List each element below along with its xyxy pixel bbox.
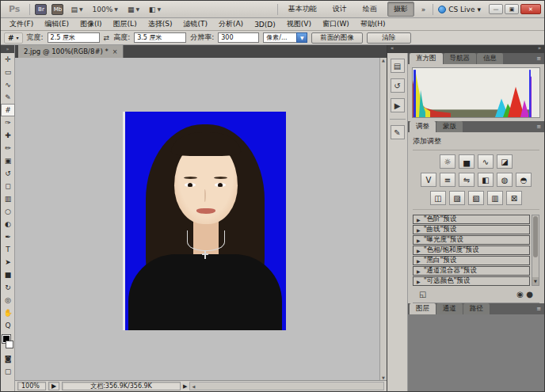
scrollbar-thumb[interactable] <box>533 216 538 257</box>
clear-button[interactable]: 清除 <box>367 32 411 44</box>
gradient-map-icon[interactable]: ▥ <box>487 191 503 205</box>
tool-blur[interactable]: ○ <box>1 205 15 218</box>
mini-bridge-panel-icon[interactable]: ▤ <box>391 59 405 73</box>
quick-mask-button[interactable]: ◙ <box>1 352 15 365</box>
arrange-documents-dropdown[interactable]: ▦ ▼ <box>125 6 142 13</box>
photo-filter-icon[interactable]: ◍ <box>497 173 513 187</box>
tool-history-brush[interactable]: ↺ <box>1 167 15 180</box>
close-button[interactable]: ✕ <box>520 4 541 14</box>
tab-paths[interactable]: 路径 <box>463 303 490 314</box>
tool-move[interactable]: ✛ <box>1 53 15 66</box>
preset-hue-saturation[interactable]: ▶"色相/饱和度"预设 <box>413 245 530 255</box>
minimize-button[interactable]: — <box>489 4 503 14</box>
menu-filter[interactable]: 滤镜(T) <box>177 19 213 29</box>
brightness-contrast-icon[interactable]: ☼ <box>440 154 455 169</box>
tool-eyedropper[interactable]: ✑ <box>1 116 15 129</box>
status-popup-icon[interactable]: ▶ <box>183 383 187 390</box>
tool-path-select[interactable]: ➤ <box>1 256 15 268</box>
preset-black-white[interactable]: ▶"黑白"预设 <box>413 256 530 265</box>
vertical-scrollbar[interactable]: ▲ ▼ <box>379 58 387 380</box>
tool-gradient[interactable]: ▥ <box>1 192 15 205</box>
tool-3d-rotate[interactable]: ↻ <box>1 281 15 294</box>
panel-menu-icon[interactable]: ≡ <box>536 55 544 62</box>
tab-adjustments[interactable]: 调整 <box>410 121 436 132</box>
tool-crop[interactable]: # <box>1 104 15 116</box>
view-extras-dropdown[interactable]: ▤ ▼ <box>68 6 85 13</box>
tab-navigator[interactable]: 导航器 <box>444 53 477 64</box>
background-color-swatch[interactable] <box>6 341 13 348</box>
close-tab-icon[interactable]: × <box>112 48 118 55</box>
tool-quick-select[interactable]: ✎ <box>1 91 15 104</box>
tab-layers[interactable]: 图层 <box>410 303 436 314</box>
tools-collapse-button[interactable]: » <box>1 45 14 53</box>
tool-3d-camera[interactable]: ◎ <box>1 294 15 306</box>
curves-icon[interactable]: ∿ <box>478 154 494 169</box>
color-balance-icon[interactable]: ⇋ <box>459 173 474 187</box>
menu-file[interactable]: 文件(F) <box>4 19 39 29</box>
cs-live-dropdown[interactable]: CS Live ▾ <box>438 6 481 13</box>
tool-lasso[interactable]: ∿ <box>1 78 15 91</box>
resolution-input[interactable]: 300 <box>218 32 259 43</box>
black-white-icon[interactable]: ◧ <box>478 173 494 187</box>
workspace-painting[interactable]: 绘画 <box>357 2 383 16</box>
crop-tool-preset-dropdown[interactable]: # ▾ <box>4 32 23 44</box>
menu-layer[interactable]: 图层(L) <box>108 19 143 29</box>
tab-channels[interactable]: 通道 <box>436 303 463 314</box>
menu-edit[interactable]: 编辑(E) <box>39 19 74 29</box>
toggle-visibility-icon[interactable]: ● <box>526 290 533 299</box>
front-image-button[interactable]: 前面的图像 <box>311 32 363 44</box>
preset-curves[interactable]: ▶"曲线"预设 <box>413 225 530 234</box>
menu-analysis[interactable]: 分析(A) <box>213 19 249 29</box>
tab-masks[interactable]: 蒙版 <box>436 121 463 132</box>
tool-type[interactable]: T <box>1 243 15 256</box>
tool-presets-panel-icon[interactable]: ✎ <box>391 125 405 139</box>
workspace-overflow-button[interactable]: » <box>419 6 429 13</box>
switch-panel-view-icon[interactable]: ◱ <box>419 290 426 299</box>
zoom-level-dropdown[interactable]: 100% ▼ <box>90 6 120 13</box>
exposure-icon[interactable]: ◪ <box>497 154 513 169</box>
vibrance-icon[interactable]: V <box>421 173 436 187</box>
menu-view[interactable]: 视图(V) <box>281 19 317 29</box>
status-zoom[interactable]: 100% <box>17 382 46 390</box>
tool-shape[interactable]: ■ <box>1 268 15 281</box>
threshold-icon[interactable]: ▧ <box>468 191 484 205</box>
invert-icon[interactable]: ◫ <box>430 191 446 205</box>
menu-3d[interactable]: 3D(D) <box>249 21 281 29</box>
status-doc-sizes[interactable]: 文档:356.9K/356.9K <box>62 382 181 390</box>
tool-hand[interactable]: ✋ <box>1 306 15 319</box>
posterize-icon[interactable]: ▨ <box>449 191 465 205</box>
preset-selective-color[interactable]: ▶"可选颜色"预设 <box>413 276 530 286</box>
channel-mixer-icon[interactable]: ◓ <box>516 173 532 187</box>
history-panel-icon[interactable]: ↺ <box>391 78 405 93</box>
screen-mode-button[interactable]: ▢ <box>1 365 15 378</box>
height-input[interactable]: 3.5 厘米 <box>134 32 186 43</box>
preset-levels[interactable]: ▶"色阶"预设 <box>413 215 530 224</box>
menu-select[interactable]: 选择(S) <box>143 19 178 29</box>
tool-healing-brush[interactable]: ✚ <box>1 129 15 142</box>
tool-pen[interactable]: ✒ <box>1 230 15 243</box>
screen-mode-dropdown[interactable]: ◧ ▼ <box>147 6 163 13</box>
restore-button[interactable]: ▣ <box>505 4 519 14</box>
tool-brush[interactable]: ✏ <box>1 142 15 154</box>
preset-channel-mixer[interactable]: ▶"通道混合器"预设 <box>413 266 530 276</box>
dock-collapse-bar[interactable]: « » <box>387 45 544 53</box>
scroll-up-icon[interactable]: ▲ <box>382 58 385 63</box>
clip-to-layer-icon[interactable]: ◉ <box>516 290 524 299</box>
panel-menu-icon[interactable]: ≡ <box>536 306 544 312</box>
resolution-unit-select[interactable]: 像素/... ▼ <box>263 32 307 43</box>
preset-exposure[interactable]: ▶"曝光度"预设 <box>413 235 530 245</box>
tool-dodge[interactable]: ◐ <box>1 218 15 230</box>
preset-scrollbar[interactable]: ▼ <box>532 215 539 286</box>
levels-icon[interactable]: ▅ <box>459 154 474 169</box>
menu-image[interactable]: 图像(I) <box>74 19 108 29</box>
photo-document[interactable] <box>123 112 286 330</box>
menu-window[interactable]: 窗口(W) <box>317 19 355 29</box>
scroll-down-icon[interactable]: ▼ <box>532 277 539 285</box>
tool-marquee[interactable]: ▭ <box>1 66 15 78</box>
tool-eraser[interactable]: ◻ <box>1 180 15 192</box>
selective-color-icon[interactable]: ⊠ <box>506 191 522 205</box>
swap-dimensions-icon[interactable]: ⇄ <box>104 34 110 42</box>
tab-info[interactable]: 信息 <box>477 53 503 64</box>
mini-bridge-button[interactable]: Mb <box>51 4 63 15</box>
panel-menu-icon[interactable]: ≡ <box>536 124 544 130</box>
